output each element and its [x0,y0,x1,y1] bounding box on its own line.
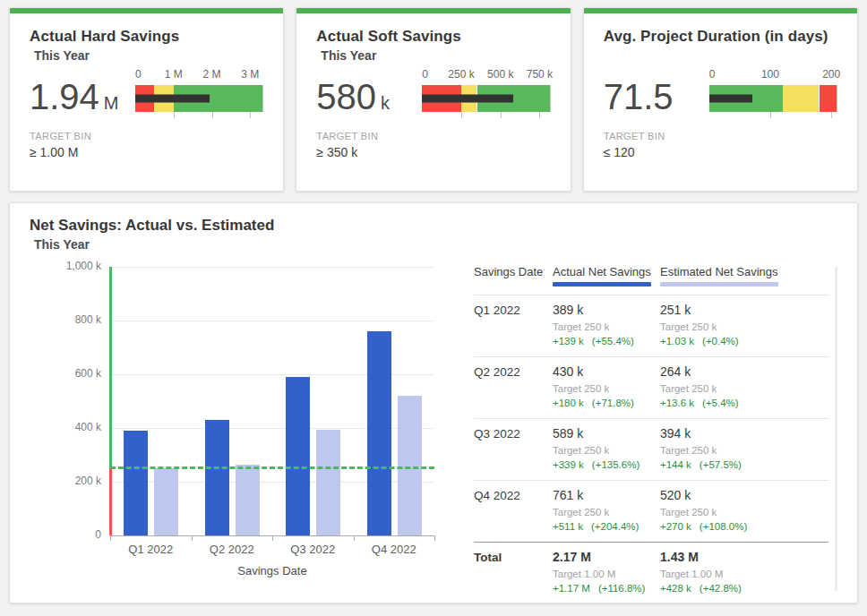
bullet-axis-labels: 01 M2 M3 M [135,67,263,81]
bullet-tick-label: 500 k [487,68,513,81]
cell-target: Target 250 k [553,321,660,333]
cell-value: 520 k [660,488,812,503]
cell-target: Target 250 k [553,444,660,457]
bullet-chart: 01 M2 M3 M [135,67,263,121]
estimated-bar[interactable] [236,465,260,535]
bullet-axis-ticks [709,112,837,119]
bullet-band [135,85,263,112]
cell-value: 251 k [660,303,812,318]
table-cell: 2.17 MTarget 1.00 M+1.17 M(+116.8%) [553,550,660,595]
bullet-tick-label: 750 k [527,68,553,81]
bullet-range-segment [820,85,837,112]
detail-table: Savings DateActual Net SavingsEstimated … [451,252,837,603]
col-header-actual[interactable]: Actual Net Savings [553,265,660,287]
cell-value: 389 k [553,303,660,318]
table-cell: 520 kTarget 250 k+270 k(+108.0%) [660,488,812,534]
row-label: Q3 2022 [474,426,553,472]
y-axis-label: 0 [30,528,101,541]
table-cell: 589 kTarget 250 k+339 k(+135.6%) [553,426,660,472]
net-savings-panel[interactable]: Net Savings: Actual vs. Estimated This Y… [9,202,858,603]
bullet-tick-label: 200 [822,68,840,81]
card-subtitle [608,47,837,64]
bullet-axis-ticks [422,112,550,119]
kpi-main: 580k 0250 k500 k750 k [316,67,550,121]
y-axis-label: 200 k [30,475,101,487]
bullet-tick [831,112,832,118]
bullet-axis-end [262,85,263,112]
kpi-main: 1.94M 01 M2 M3 M [30,67,263,121]
bullet-tick [539,112,540,118]
x-axis-tick [354,535,355,541]
bullet-tick [174,112,175,118]
kpi-card-actual-soft-savings[interactable]: Actual Soft Savings This Year 580k 0250 … [296,7,571,192]
kpi-value-number: 71.5 [604,77,674,116]
table-row[interactable]: Q2 2022430 kTarget 250 k+180 k(+71.8%)26… [474,356,828,418]
panel-subtitle: This Year [34,236,837,252]
kpi-card-actual-hard-savings[interactable]: Actual Hard Savings This Year 1.94M 01 M… [9,7,284,192]
table-row[interactable]: Total2.17 MTarget 1.00 M+1.17 M(+116.8%)… [474,542,828,603]
table-cell: 394 kTarget 250 k+144 k(+57.5%) [660,426,812,472]
col-header-estimated[interactable]: Estimated Net Savings [660,265,812,287]
cell-change: +1.17 M(+116.8%) [553,582,660,595]
actual-bar[interactable] [205,420,229,535]
x-axis-title: Savings Date [110,564,434,578]
bullet-tick-label: 1 M [165,68,183,81]
x-axis-tick [272,535,273,541]
bullet-tick [212,112,213,118]
y-axis-below-target [109,468,112,535]
x-axis-tick [110,535,111,541]
cell-change: +13.6 k(+5.4%) [660,397,812,410]
cell-change: +144 k(+57.5%) [660,458,812,472]
kpi-value-number: 580 [316,77,376,116]
cell-change: +511 k(+204.4%) [553,520,660,534]
bullet-tick-label: 0 [422,68,428,81]
cell-value: 430 k [553,364,660,380]
cell-change: +270 k(+108.0%) [660,520,812,534]
cell-change: +339 k(+135.6%) [553,458,660,472]
gridline [110,321,434,321]
actual-bar[interactable] [367,331,391,535]
bullet-chart: 0250 k500 k750 k [422,67,550,121]
target-bin-label: TARGET BIN [30,131,263,141]
bullet-axis-labels: 0250 k500 k750 k [422,67,550,81]
cell-target: Target 250 k [553,382,660,395]
y-axis-above-target [109,267,112,468]
bullet-axis-end [837,85,837,112]
bullet-tick [501,112,502,118]
bullet-axis-labels: 0100200 [709,67,837,81]
table-cell: 389 kTarget 250 k+139 k(+55.4%) [553,303,660,348]
x-axis-label: Q3 2022 [272,543,354,556]
card-title: Actual Hard Savings [30,27,263,46]
kpi-card-avg-project-duration[interactable]: Avg. Project Duration (in days) 71.5 010… [583,7,858,192]
kpi-card-row: Actual Hard Savings This Year 1.94M 01 M… [9,7,858,192]
bullet-measure-bar [709,95,753,103]
target-bin-value: ≤ 120 [604,145,837,159]
table-cell: 251 kTarget 250 k+1.03 k(+0.4%) [660,303,812,348]
target-bin-label: TARGET BIN [604,131,837,141]
actual-bar[interactable] [124,431,148,535]
cell-target: Target 250 k [660,444,812,457]
cell-target: Target 1.00 M [553,568,660,580]
table-row[interactable]: Q3 2022589 kTarget 250 k+339 k(+135.6%)3… [474,418,828,480]
bullet-tick [770,112,771,118]
card-subtitle: This Year [34,47,263,64]
estimated-bar[interactable] [316,430,340,535]
table-cell: 430 kTarget 250 k+180 k(+71.8%) [553,364,660,410]
estimated-bar[interactable] [398,396,422,535]
bullet-range-segment [783,85,820,112]
table-row[interactable]: Q1 2022389 kTarget 250 k+139 k(+55.4%)25… [474,295,828,356]
estimated-bar[interactable] [154,468,178,535]
actual-bar[interactable] [286,377,310,535]
target-bin-value: ≥ 350 k [316,145,550,159]
cell-change: +428 k(+42.8%) [660,582,812,595]
table-row[interactable]: Q4 2022761 kTarget 250 k+511 k(+204.4%)5… [474,480,828,542]
x-axis-tick [434,535,435,541]
row-label: Q1 2022 [474,303,553,348]
dashboard: Actual Hard Savings This Year 1.94M 01 M… [0,0,867,616]
cell-target: Target 250 k [660,382,812,395]
col-header-savings-date[interactable]: Savings Date [474,265,553,287]
table-scrollbar[interactable] [835,267,837,591]
cell-value: 1.43 M [660,550,812,565]
card-subtitle: This Year [321,47,550,64]
bullet-tick-label: 2 M [203,68,221,81]
